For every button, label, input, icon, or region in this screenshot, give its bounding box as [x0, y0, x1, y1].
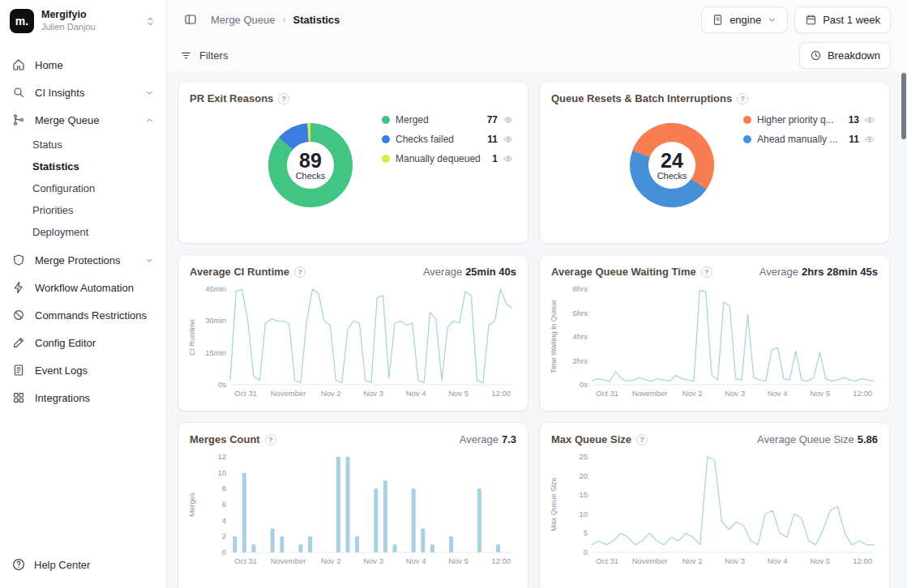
sidebar-item-merge-protections[interactable]: Merge Protections: [0, 246, 166, 274]
card-title: PR Exit Reasons ?: [190, 92, 289, 104]
insights-icon: [11, 85, 26, 100]
sidebar-item-integrations[interactable]: Integrations: [0, 384, 166, 411]
sidebar-item-label: Workflow Automation: [35, 282, 155, 294]
filters-button[interactable]: Filters: [180, 49, 228, 62]
svg-text:12:00: 12:00: [491, 556, 511, 565]
svg-text:Nov 3: Nov 3: [363, 389, 383, 398]
main-area: Merge Queue › Statistics engine Past 1 w…: [167, 0, 907, 588]
sidebar-subitem-configuration[interactable]: Configuration: [0, 177, 166, 199]
help-center-label: Help Center: [34, 559, 90, 571]
panel-icon: [184, 13, 197, 26]
y-axis-label: Max Queue Size: [550, 452, 558, 557]
svg-text:0s: 0s: [580, 380, 588, 389]
help-icon[interactable]: ?: [294, 266, 306, 278]
sidebar-item-commands-restrictions[interactable]: Commands Restrictions: [0, 301, 166, 329]
svg-text:0: 0: [222, 548, 226, 556]
card-queue-resets: Queue Resets & Batch Interruptions ? 24 …: [539, 81, 890, 244]
card-merges-count: Merges Count ? Average7.3 Merges 0246810…: [178, 422, 528, 588]
workspace-switcher[interactable]: m. Mergifyio Julien Danjou: [0, 0, 166, 40]
svg-text:4hrs: 4hrs: [573, 332, 588, 341]
date-range-label: Past 1 week: [823, 14, 880, 26]
svg-text:10: 10: [217, 468, 226, 477]
svg-text:Nov 5: Nov 5: [448, 556, 468, 565]
topbar: Merge Queue › Statistics engine Past 1 w…: [167, 0, 907, 39]
average-stat: Average7.3: [460, 433, 516, 445]
breakdown-button[interactable]: Breakdown: [799, 42, 891, 69]
sidebar-item-event-logs[interactable]: Event Logs: [0, 356, 166, 384]
average-stat: Average2hrs 28min 45s: [759, 266, 878, 278]
edit-icon: [11, 335, 26, 350]
svg-text:5: 5: [584, 528, 588, 537]
sidebar-subitem-status[interactable]: Status: [0, 134, 166, 156]
svg-text:Nov 2: Nov 2: [682, 389, 703, 398]
eye-icon[interactable]: [503, 134, 513, 144]
legend-item: Higher priority q...13: [743, 114, 875, 126]
sidebar-item-label: Integrations: [35, 392, 155, 404]
puzzle-icon: [11, 390, 26, 405]
eye-icon[interactable]: [503, 115, 513, 125]
cards-grid: PR Exit Reasons ? 89 Checks Merged77Chec…: [178, 81, 891, 588]
pr-exit-donut-chart: [259, 114, 362, 216]
max-queue-size-line-chart: 0510152025Oct 31NovemberNov 2Nov 3Nov 4N…: [561, 452, 879, 570]
updown-chevron-icon[interactable]: [144, 15, 156, 28]
help-icon[interactable]: ?: [636, 434, 648, 445]
svg-text:Nov 2: Nov 2: [321, 556, 341, 565]
date-range-button[interactable]: Past 1 week: [794, 6, 891, 33]
average-stat: Average25min 40s: [423, 266, 516, 278]
svg-text:45min: 45min: [205, 284, 226, 293]
help-icon[interactable]: ?: [278, 93, 289, 104]
svg-text:30min: 30min: [205, 316, 226, 325]
eye-icon[interactable]: [503, 154, 513, 164]
filters-label: Filters: [199, 49, 228, 62]
help-icon[interactable]: ?: [701, 266, 712, 278]
sidebar-item-merge-queue[interactable]: Merge Queue: [0, 106, 166, 134]
engine-selector[interactable]: engine: [701, 6, 788, 33]
svg-text:0s: 0s: [218, 380, 226, 389]
help-center-link[interactable]: Help Center: [0, 551, 166, 578]
svg-text:4: 4: [222, 516, 226, 525]
svg-text:Nov 3: Nov 3: [725, 389, 745, 398]
legend-color-dot: [382, 135, 390, 143]
sidebar-item-label: Merge Protections: [35, 254, 135, 266]
svg-text:Oct 31: Oct 31: [234, 556, 257, 565]
legend-label: Higher priority q...: [757, 114, 843, 126]
dashboard-content: PR Exit Reasons ? 89 Checks Merged77Chec…: [167, 71, 907, 588]
legend-color-dot: [382, 155, 390, 163]
app: m. Mergifyio Julien Danjou HomeCI Insigh…: [0, 0, 907, 588]
sidebar-item-config-editor[interactable]: Config Editor: [0, 329, 166, 356]
calendar-icon: [805, 14, 817, 26]
sidebar-nav: HomeCI InsightsMerge QueueStatusStatisti…: [0, 51, 166, 411]
mergify-logo: m.: [10, 9, 34, 33]
sidebar-item-label: Event Logs: [35, 364, 155, 377]
chevron-up-icon: [144, 115, 155, 126]
chart-legend: Higher priority q...13Ahead manually ...…: [743, 114, 875, 145]
eye-icon[interactable]: [865, 134, 875, 144]
svg-text:Nov 5: Nov 5: [810, 389, 830, 398]
breadcrumb-merge-queue[interactable]: Merge Queue: [211, 14, 276, 26]
sidebar-subitem-deployment[interactable]: Deployment: [0, 221, 166, 243]
sidebar-item-workflow-automation[interactable]: Workflow Automation: [0, 274, 166, 301]
chevron-down-icon: [144, 87, 155, 98]
sidebar-toggle-button[interactable]: [180, 9, 201, 30]
chevron-down-icon: [767, 15, 777, 25]
legend-color-dot: [743, 116, 751, 124]
sidebar-item-ci-insights[interactable]: CI Insights: [0, 79, 166, 106]
breakdown-label: Breakdown: [828, 49, 880, 62]
help-icon[interactable]: ?: [265, 434, 276, 445]
legend-label: Ahead manually ...: [757, 134, 843, 145]
svg-text:8: 8: [222, 484, 226, 492]
eye-icon[interactable]: [865, 115, 875, 125]
svg-text:Oct 31: Oct 31: [596, 389, 618, 398]
sidebar-subitem-priorities[interactable]: Priorities: [0, 199, 166, 221]
y-axis-label: Merges: [188, 452, 196, 557]
sidebar-item-home[interactable]: Home: [0, 51, 166, 79]
help-icon[interactable]: ?: [737, 93, 748, 104]
svg-text:Nov 5: Nov 5: [810, 556, 830, 565]
legend-item: Merged77: [382, 114, 513, 126]
sidebar-item-label: Merge Queue: [35, 114, 135, 126]
sidebar-subitem-statistics[interactable]: Statistics: [0, 156, 166, 177]
merge-icon: [11, 113, 26, 127]
legend-value: 1: [492, 153, 498, 164]
vertical-scrollbar[interactable]: [901, 73, 906, 139]
card-max-queue-size: Max Queue Size ? Average Queue Size5.86 …: [539, 422, 890, 588]
